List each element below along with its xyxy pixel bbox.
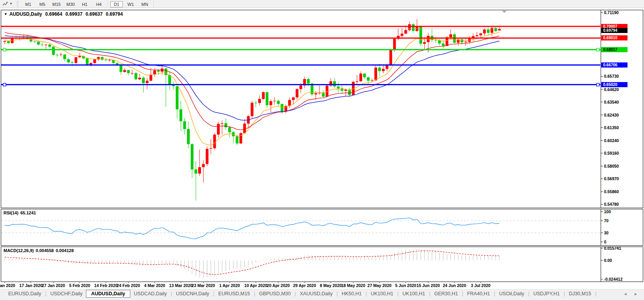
price-close: 0.69794 <box>106 11 122 17</box>
date-label: 24 Feb 2020 <box>117 283 140 288</box>
tab-xauusd-daily[interactable]: XAUUSD,Daily <box>296 291 336 297</box>
tab-scroll-right-icon[interactable]: ► <box>634 292 638 296</box>
price-tick: 0.62430 <box>604 113 619 117</box>
rsi-tick: 100 <box>604 209 611 214</box>
timeframe-button-m1[interactable]: M1 <box>22 1 35 7</box>
toolbar-separator <box>153 0 154 7</box>
tab-fra40-h1[interactable]: FRA40,H1 <box>463 291 493 297</box>
symbol-list-caret-icon[interactable]: ▼ <box>4 12 7 16</box>
price-tick: 0.56970 <box>604 176 619 181</box>
price-low: 0.69637 <box>86 11 102 17</box>
tab-usdcnh-daily[interactable]: USDCNH,Daily <box>172 291 213 297</box>
tab-scroll-left-icon[interactable]: ◄ <box>623 292 627 296</box>
tab-uk100-h1[interactable]: UK100,H1 <box>367 291 397 297</box>
date-label: 27 Jan 2020 <box>42 283 65 288</box>
date-label: 23 Mar 2020 <box>192 283 215 288</box>
price-tick: 0.63540 <box>604 100 619 104</box>
tab-separator: | <box>254 291 255 296</box>
date-label: 5 Feb 2020 <box>69 283 90 288</box>
rsi-name: RSI(14) <box>4 210 18 215</box>
toolbar: ▼ M1M5M15M30H1H4D1W1MN <box>0 0 644 8</box>
rsi-label: RSI(14)65.1241 <box>4 210 38 215</box>
rsi-tick: 70 <box>604 218 609 223</box>
timeframe-button-m30[interactable]: M30 <box>64 1 77 7</box>
timeframe-button-m5[interactable]: M5 <box>36 1 49 7</box>
tab-separator: | <box>336 291 338 296</box>
tab-gbpusd-m30[interactable]: GBPUSD,M30 <box>255 291 294 297</box>
date-label: 5 Jun 2020 <box>395 283 416 288</box>
caret-down-icon[interactable]: ▼ <box>9 2 13 5</box>
tab-separator: | <box>397 291 398 296</box>
tab-audusd-daily[interactable]: AUDUSD,Daily <box>86 290 130 298</box>
macd-panel[interactable] <box>1 247 643 282</box>
price-tag-0.68017: 0.68017 <box>601 47 628 52</box>
date-label: 4 Mar 2020 <box>144 283 165 288</box>
timeframe-button-m15[interactable]: M15 <box>50 1 63 7</box>
chart-symbol: AUDUSD,Daily <box>9 11 42 17</box>
tab-usdjpy-h1[interactable]: USDJPY,H1 <box>530 291 563 297</box>
rsi-value: 65.1241 <box>20 210 36 215</box>
timeframe-bar: M1M5M15M30H1H4D1W1MN <box>21 0 155 7</box>
timeframe-button-mn[interactable]: MN <box>139 1 151 7</box>
macd-main-value: 0.004558 <box>36 248 54 253</box>
tab-separator: | <box>213 291 214 296</box>
tab-uk100-h1[interactable]: UK100,H1 <box>399 291 429 297</box>
price-tag-0.66706: 0.66706 <box>601 62 628 68</box>
tab-usdchf-daily[interactable]: USDCHF,Daily <box>47 291 86 297</box>
price-tick: 0.64620 <box>604 87 619 92</box>
tab-separator: | <box>295 291 296 296</box>
macd-name: MACD(12,26,9) <box>4 248 34 253</box>
price-tick: 0.58050 <box>604 164 619 168</box>
macd-tick: 0.015741 <box>604 246 621 251</box>
tab-hk50-h1[interactable]: HK50,H1 <box>338 291 365 297</box>
macd-signal-value: 0.004128 <box>56 248 74 253</box>
rsi-panel[interactable] <box>1 209 643 246</box>
tab-separator: | <box>365 291 367 296</box>
date-label: 18 May 2020 <box>341 283 365 288</box>
date-label: 13 Mar 2020 <box>169 283 193 288</box>
tab-separator: | <box>462 291 463 296</box>
tab-eurusd-daily[interactable]: EURUSD,Daily <box>5 291 45 297</box>
date-label: 17 Jan 2020 <box>19 283 42 288</box>
date-label: 10 Apr 2020 <box>244 283 268 288</box>
date-label: 15 Jun 2020 <box>416 283 440 288</box>
date-label: 3 Jul 2020 <box>471 283 491 288</box>
timeframe-button-d1[interactable]: D1 <box>110 1 123 7</box>
price-tick: 0.59160 <box>604 151 619 155</box>
rsi-tick: 30 <box>604 230 609 235</box>
price-tick: 0.61350 <box>604 125 619 130</box>
tab-separator: | <box>595 291 596 296</box>
tab-separator: | <box>528 291 529 296</box>
tab-separator: | <box>429 291 430 296</box>
main-chart-panel[interactable] <box>1 10 643 208</box>
date-label: 27 May 2020 <box>367 283 391 288</box>
tab-separator: | <box>494 291 495 296</box>
tab-eurusd-m15[interactable]: EURUSD,M15 <box>215 291 254 297</box>
rsi-tick: 0 <box>604 240 606 244</box>
tab-nav: ◄ ► <box>618 292 644 296</box>
chart-tabs-bar: EURUSD,Daily|USDCHF,DailyAUDUSD,DailyUSD… <box>0 289 644 298</box>
tab-separator: | <box>564 291 565 296</box>
price-open: 0.69664 <box>45 11 62 17</box>
price-tick: 0.71190 <box>604 10 618 15</box>
price-tick: 0.60240 <box>604 138 619 143</box>
timeframe-button-h1[interactable]: H1 <box>78 1 91 7</box>
tab-usdcad-daily[interactable]: USDCAD,Daily <box>130 291 170 297</box>
date-label: 29 Apr 2020 <box>293 283 316 288</box>
status-strip <box>0 298 644 300</box>
macd-tick: -0.024412 <box>604 277 622 282</box>
chart-title: ▼AUDUSD,Daily0.696640.699370.696370.6979… <box>4 11 123 17</box>
date-label: 8 May 2020 <box>320 283 341 288</box>
tab-separator: | <box>45 291 46 296</box>
timeframe-button-w1[interactable]: W1 <box>124 1 137 7</box>
price-high: 0.69937 <box>66 11 82 17</box>
tab-dj30-m15[interactable]: DJ30,M15 <box>565 291 595 297</box>
date-label: 1 Apr 2020 <box>219 283 240 288</box>
timeframe-button-h4[interactable]: H4 <box>93 1 105 7</box>
price-tick: 0.54780 <box>604 202 619 207</box>
tab-ger30-h1[interactable]: GER30,H1 <box>431 291 462 297</box>
chart-line-icon[interactable] <box>2 1 8 7</box>
tab-usoil-daily[interactable]: USOil,Daily <box>496 291 528 297</box>
price-tag-0.69010: 0.69010 <box>601 35 628 40</box>
price-tick: 0.55860 <box>604 189 619 194</box>
